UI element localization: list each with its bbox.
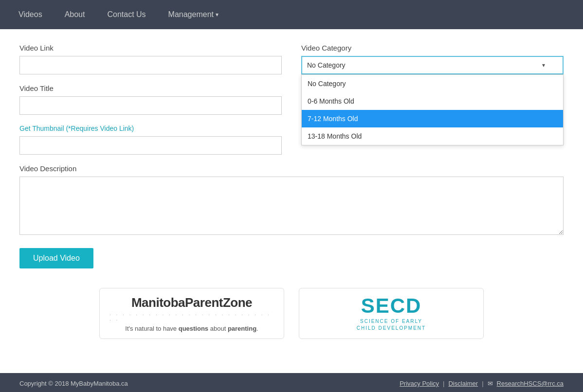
category-option-no-category[interactable]: No Category: [302, 75, 563, 92]
video-description-section: Video Description: [19, 164, 564, 236]
mpz-tagline-prefix: It's natural to have: [125, 325, 178, 332]
nav-items: Videos About Contact Us Management ▾: [10, 5, 227, 24]
footer-disclaimer-link[interactable]: Disclaimer: [448, 380, 478, 387]
video-link-label: Video Link: [19, 44, 282, 52]
footer-copyright: Copyright © 2018 MyBabyManitoba.ca: [19, 380, 128, 387]
footer-links: Privacy Policy | Disclaimer | ✉ Research…: [400, 380, 564, 387]
category-option-0-6-months[interactable]: 0-6 Months Old: [302, 92, 563, 110]
category-selected-value: No Category: [307, 61, 346, 69]
chevron-down-icon: ▾: [216, 11, 219, 18]
mpz-dots: · · · · · · · · · · · · · · · · · · · · …: [109, 312, 274, 323]
secd-subtitle: SCIENCE OF EARLY CHILD DEVELOPMENT: [357, 318, 426, 332]
video-link-input[interactable]: [19, 56, 282, 74]
video-title-input[interactable]: [19, 96, 282, 115]
video-description-textarea[interactable]: [19, 177, 564, 235]
category-dropdown-list: No Category 0-6 Months Old 7-12 Months O…: [301, 74, 564, 145]
thumbnail-input[interactable]: [19, 136, 282, 155]
video-link-group: Video Link: [19, 44, 282, 74]
category-option-7-12-months[interactable]: 7-12 Months Old: [302, 110, 563, 127]
mpz-logo-box: ManitobaParentZone · · · · · · · · · · ·…: [99, 288, 284, 339]
thumbnail-group: Get Thumbnail (*Requires Video Link): [19, 125, 282, 155]
secd-line2: CHILD DEVELOPMENT: [357, 325, 426, 332]
mpz-title: ManitobaParentZone: [131, 295, 252, 310]
get-thumbnail-link[interactable]: Get Thumbnail (*Requires Video Link): [19, 125, 282, 132]
video-category-label: Video Category: [301, 44, 564, 52]
video-description-label: Video Description: [19, 164, 564, 173]
upload-video-button[interactable]: Upload Video: [19, 248, 93, 268]
form-row-1: Video Link Video Category No Category ▾ …: [19, 44, 564, 74]
mpz-tagline-mid: about: [208, 325, 228, 332]
logos-row: ManitobaParentZone · · · · · · · · · · ·…: [19, 288, 564, 339]
secd-title: SECD: [361, 296, 422, 316]
nav-management[interactable]: Management ▾: [160, 5, 227, 24]
chevron-down-icon: ▾: [542, 62, 545, 69]
secd-line1: SCIENCE OF EARLY: [357, 318, 426, 325]
footer-sep-2: |: [482, 380, 483, 387]
nav-about[interactable]: About: [56, 5, 94, 24]
email-icon: ✉: [488, 380, 493, 387]
secd-logo-box: SECD SCIENCE OF EARLY CHILD DEVELOPMENT: [299, 288, 484, 339]
nav-videos[interactable]: Videos: [10, 5, 51, 24]
nav-management-dropdown[interactable]: Management ▾: [160, 5, 227, 24]
navigation: Videos About Contact Us Management ▾: [0, 0, 583, 29]
category-select-display[interactable]: No Category ▾: [301, 56, 564, 74]
category-select-wrapper: No Category ▾ No Category 0-6 Months Old…: [301, 56, 564, 74]
video-category-group: Video Category No Category ▾ No Category…: [301, 44, 564, 74]
footer-email-link[interactable]: ResearchHSCS@rrc.ca: [497, 380, 564, 387]
nav-contact-us[interactable]: Contact Us: [98, 5, 154, 24]
footer-sep-1: |: [443, 380, 444, 387]
main-content: Video Link Video Category No Category ▾ …: [0, 29, 583, 373]
footer: Copyright © 2018 MyBabyManitoba.ca Priva…: [0, 373, 583, 392]
category-option-13-18-months[interactable]: 13-18 Months Old: [302, 127, 563, 145]
video-title-group: Video Title: [19, 84, 282, 115]
mpz-tagline-bold2: parenting: [228, 325, 256, 332]
mpz-tagline-bold1: questions: [179, 325, 208, 332]
mpz-tagline: It's natural to have questions about par…: [125, 325, 258, 332]
video-title-label: Video Title: [19, 84, 282, 92]
footer-privacy-link[interactable]: Privacy Policy: [400, 380, 439, 387]
mpz-tagline-suffix: .: [256, 325, 258, 332]
